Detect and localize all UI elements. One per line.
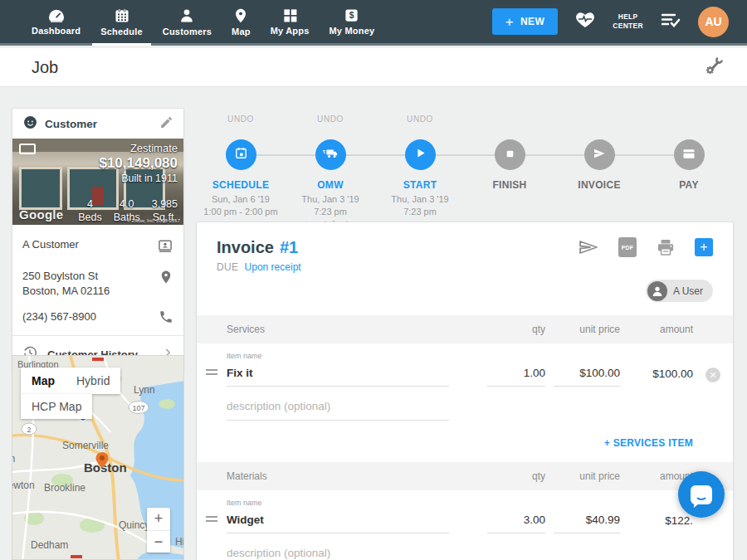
beds-label: Beds [78,212,102,225]
map-type-hybrid-button[interactable]: Hybrid [66,368,120,394]
customer-name-row: A Customer [22,233,173,265]
nav-item-dashboard[interactable]: Dashboard [22,0,90,43]
timeline-step-invoice: INVOICE [554,110,644,229]
zoom-in-button[interactable]: + [147,508,170,530]
map-type-hcp-button[interactable]: HCP Map [21,394,92,419]
start-step-button[interactable] [405,139,436,170]
user-avatar[interactable]: AU [698,7,729,37]
col-amount: amount [620,324,693,335]
finish-step-button[interactable] [495,139,525,170]
edit-pencil-icon[interactable] [159,115,173,133]
svg-text:2: 2 [27,426,31,434]
map-label: Somerville [62,440,109,451]
invoice-step-button[interactable] [584,139,615,170]
item-name-field: Item name [227,499,449,533]
due-value-link[interactable]: Upon receipt [245,261,301,273]
unit-price-input[interactable] [554,514,620,526]
send-invoice-icon[interactable] [579,239,598,256]
timeline-step-omw: UNDO OMW Thu, Jan 3 '197:23 pm travel: 0… [286,110,375,229]
add-services-item-link[interactable]: + SERVICES ITEM [604,437,693,449]
drag-handle[interactable] [197,516,227,533]
pdf-chip-label: PDF [618,237,637,257]
nav-item-my-apps[interactable]: My Apps [261,0,320,43]
page-header: Job [0,48,747,87]
invoice-number[interactable]: #1 [280,238,298,257]
credit-card-icon-button[interactable] [674,139,705,170]
map-label: Dedham [31,539,68,551]
map-label: Quincy [119,519,149,531]
help-center-link[interactable]: HELP CENTER [613,12,643,31]
contact-card-icon[interactable] [157,237,173,257]
apps-grid-icon [282,7,298,23]
job-settings-icon[interactable] [702,56,724,79]
nav-item-my-money[interactable]: $ My Money [320,0,385,43]
chat-fab-button[interactable] [678,471,725,518]
step-label: FINISH [492,179,526,191]
description-input[interactable] [227,547,449,559]
built-year: Built in 1911 [99,173,178,184]
svg-text:$: $ [349,11,354,20]
step-label: PAY [679,179,699,191]
qty-field [487,512,545,533]
step-label: OMW [317,179,344,191]
customer-card-header: Customer [12,109,183,139]
unit-price-input[interactable] [554,367,620,379]
new-button[interactable]: + NEW [492,8,559,35]
zoom-out-button[interactable]: − [147,530,170,553]
beds-value: 4 [78,198,102,212]
nav-item-map[interactable]: Map [222,0,261,43]
customer-phone-row: (234) 567-8900 [22,305,173,335]
item-name-input[interactable] [227,367,449,379]
schedule-step-button[interactable] [226,139,256,170]
mini-map[interactable]: 2 107 93 Burlington Lynn Somerville ham … [12,355,184,560]
zillow-attribution: © Zillow, Inc. 2006-2017 [127,218,180,223]
nav-item-customers[interactable]: Customers [153,0,222,43]
undo-link[interactable]: UNDO [407,114,433,126]
add-invoice-icon[interactable]: + [695,238,713,256]
job-status-timeline: UNDO SCHEDULE Sun, Jan 6 '191:00 pm - 2:… [196,110,734,222]
map-label: Lynn [134,384,155,396]
property-photo[interactable]: Zestimate $10,149,080 Built in 1911 4Bed… [12,139,183,225]
service-line-item: Item name $100.00 ✕ [197,352,733,387]
nav-label: Dashboard [32,26,81,36]
dashboard-gauge-icon [47,8,66,23]
item-name-input[interactable] [227,514,449,526]
baths-value: 4.0 [114,198,140,212]
invoice-title: Invoice [217,238,274,257]
location-pin-icon[interactable] [159,269,173,289]
health-heart-icon[interactable] [574,10,596,33]
print-icon[interactable] [657,239,675,256]
customer-card: Customer Zestimate $10,149,080 Built in … [12,108,184,373]
timeline-step-finish: FINISH [465,110,554,229]
omw-step-button[interactable] [315,139,346,170]
timeline-step-pay: PAY [644,110,734,229]
timeline-step-schedule: UNDO SCHEDULE Sun, Jan 6 '191:00 pm - 2:… [196,110,286,229]
drag-handle[interactable] [197,369,227,387]
description-input[interactable] [227,400,449,412]
invoice-card: Invoice #1 PDF + DUE Upon receipt [196,222,734,560]
qty-input[interactable] [487,514,545,526]
description-field [227,398,449,421]
remove-item-icon[interactable]: ✕ [706,368,720,382]
map-type-map-button[interactable]: Map [21,368,66,394]
play-icon [414,147,427,163]
unit-price-field [554,365,620,387]
checklist-icon[interactable] [660,11,681,32]
qty-input[interactable] [487,367,545,379]
map-label: Brookline [44,482,85,494]
materials-section-header: Materials qty unit price amount [197,462,733,490]
nav-item-schedule[interactable]: Schedule [90,0,153,43]
assigned-user-chip[interactable]: A User [646,280,713,302]
nav-label: My Apps [271,26,310,36]
truck-icon [322,147,339,163]
nav-items: Dashboard Schedule Customers Map My Apps [0,0,384,43]
customer-face-icon [22,114,38,134]
phone-icon[interactable] [159,309,173,328]
undo-link[interactable]: UNDO [317,114,344,126]
pdf-icon[interactable]: PDF [618,237,637,257]
customer-card-title: Customer [45,118,97,130]
section-title: Services [227,324,479,335]
top-navigation: Dashboard Schedule Customers Map My Apps [0,0,747,46]
undo-link[interactable]: UNDO [227,114,254,126]
nav-right-group: + NEW HELP CENTER AU [492,0,747,43]
